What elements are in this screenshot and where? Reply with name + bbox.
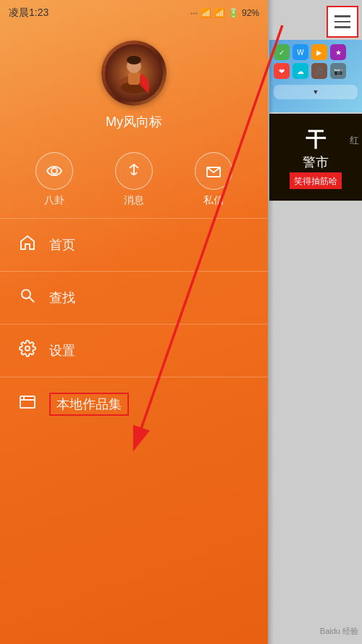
app-icon: ☁ — [292, 63, 308, 79]
svg-rect-12 — [20, 396, 35, 408]
svg-point-9 — [22, 290, 30, 298]
home-icon — [17, 234, 38, 256]
status-bar: 凌晨1:23 ··· 📶 📶 🔋 92% — [0, 0, 268, 26]
app-icon: ▶ — [311, 44, 327, 60]
avatar[interactable] — [101, 41, 167, 106]
mail-icon — [195, 152, 232, 190]
svg-line-10 — [30, 298, 35, 303]
hamburger-line-3 — [334, 26, 350, 28]
divider-2 — [0, 271, 268, 272]
gossip-icon — [35, 152, 73, 190]
search-icon — [17, 287, 38, 309]
menu-item-settings[interactable]: 设置 — [0, 328, 268, 373]
home-label: 首页 — [49, 236, 75, 254]
avatar-image — [105, 44, 163, 102]
user-name: My风向标 — [106, 113, 162, 130]
signal-icon: 📶 — [214, 8, 225, 18]
right-image-char: 干 — [306, 126, 326, 154]
sidebar: 凌晨1:23 ··· 📶 📶 🔋 92% — [0, 0, 268, 644]
message-label: 消息 — [124, 194, 144, 207]
svg-point-11 — [25, 346, 30, 351]
battery-icon: 🔋 — [228, 8, 239, 18]
icon-row: 八卦 消息 私信 — [0, 141, 268, 214]
right-panel: ✓ W ▶ ★ ❤ ☁ 🎵 📷 ▼ 干 警市 笑得抽筋哈 — [268, 0, 362, 644]
app-icon: 🎵 — [311, 63, 327, 79]
right-image-bottom: 干 警市 笑得抽筋哈 红 — [269, 114, 362, 201]
gossip-button[interactable]: 八卦 — [35, 152, 73, 207]
signal-dots: ··· — [190, 8, 198, 18]
settings-icon — [17, 340, 38, 361]
divider-4 — [0, 377, 268, 377]
right-image-char2: 警市 — [303, 154, 329, 171]
message-icon — [115, 152, 153, 190]
mail-button[interactable]: 私信 — [195, 152, 232, 207]
avatar-section: My风向标 — [0, 26, 268, 141]
status-icons: ··· 📶 📶 🔋 92% — [190, 8, 259, 18]
local-label: 本地作品集 — [49, 393, 129, 416]
app-icon: ★ — [330, 44, 346, 60]
status-time: 凌晨1:23 — [9, 7, 49, 20]
sidebar-shadow — [268, 0, 274, 644]
svg-point-5 — [127, 56, 141, 64]
hamburger-button[interactable] — [327, 6, 358, 38]
search-label: 查找 — [49, 289, 75, 306]
right-image-top: ✓ W ▶ ★ ❤ ☁ 🎵 📷 ▼ — [269, 40, 362, 112]
hamburger-line-2 — [334, 21, 350, 23]
menu-item-search[interactable]: 查找 — [0, 275, 268, 320]
wifi-icon: 📶 — [201, 8, 211, 18]
app-icon: ❤ — [274, 63, 290, 79]
local-icon — [17, 393, 38, 415]
svg-rect-3 — [128, 72, 140, 85]
gossip-label: 八卦 — [44, 194, 64, 207]
divider-1 — [0, 218, 268, 219]
hamburger-line-1 — [334, 15, 350, 17]
right-image-caption: 笑得抽筋哈 — [294, 176, 337, 186]
menu-item-local[interactable]: 本地作品集 — [0, 381, 268, 427]
app-icon: ✓ — [274, 44, 290, 60]
settings-label: 设置 — [49, 342, 75, 359]
divider-3 — [0, 324, 268, 325]
app-icon: 📷 — [330, 63, 346, 79]
svg-point-6 — [51, 168, 57, 174]
watermark: Baidu 经验 — [320, 626, 358, 637]
menu-item-home[interactable]: 首页 — [0, 222, 268, 267]
battery-percent: 92% — [242, 8, 259, 18]
message-button[interactable]: 消息 — [115, 152, 153, 207]
mail-label: 私信 — [203, 194, 224, 207]
app-icon: W — [292, 44, 308, 60]
